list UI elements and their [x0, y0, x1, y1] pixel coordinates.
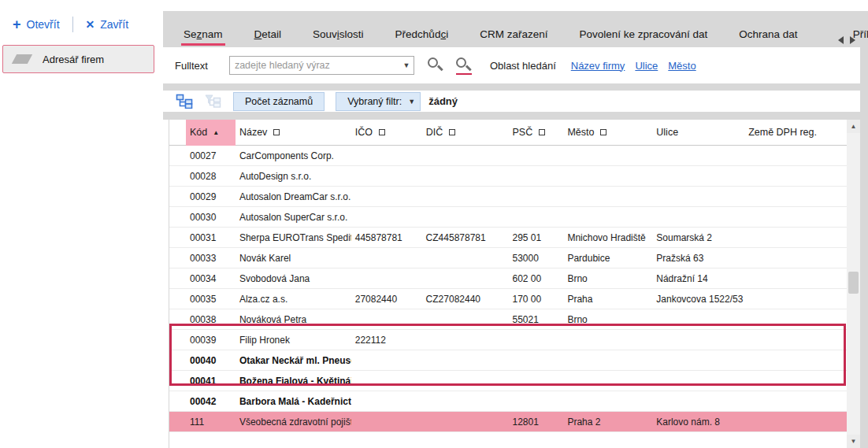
cell-kod: 00040 [186, 355, 236, 366]
filter-box-icon[interactable] [273, 129, 280, 135]
chevron-down-icon: ▼ [408, 98, 415, 106]
fulltext-input[interactable] [230, 60, 399, 71]
cell-mesto: Pardubice [563, 253, 652, 264]
cell-psc: 295 01 [508, 232, 563, 243]
close-button[interactable]: ✕ Zavřít [81, 18, 134, 31]
column-header-ico[interactable]: IČO [351, 120, 422, 146]
table-row[interactable]: 00039Filip Hronek222112 [169, 330, 847, 350]
table-row[interactable]: 00027CarComponents Corp. [169, 146, 847, 166]
scope-link-nazev-firmy[interactable]: Název firmy [571, 60, 625, 72]
scroll-up-icon[interactable]: ▲ [847, 120, 860, 133]
open-button[interactable]: + Otevřít [8, 17, 65, 31]
cell-ulice: Pražská 63 [652, 253, 744, 264]
column-header-nazev[interactable]: Název [236, 120, 351, 146]
tree-filter-icon [204, 94, 221, 109]
filter-box-icon[interactable] [449, 129, 455, 135]
column-header-dic[interactable]: DIČ [422, 120, 509, 146]
tab-crm-zarazeni[interactable]: CRM zařazení [480, 28, 547, 40]
table-row[interactable]: 00033Novák Karel53000PardubicePražská 63 [169, 248, 847, 268]
app-window: + Otevřít ✕ Zavřít Adresář firem Seznam … [0, 0, 868, 448]
cell-nazev: Nováková Petra [236, 314, 351, 325]
window-actions: + Otevřít ✕ Zavřít [8, 14, 133, 35]
cell-mesto: Mnichovo Hradiště [563, 232, 652, 243]
scope-link-mesto[interactable]: Město [668, 60, 696, 72]
table-row[interactable]: 00040Otakar Neckář ml. Pneuservis [169, 350, 847, 371]
table-row[interactable]: 00030Autosalon SuperCar s.r.o. [169, 207, 847, 228]
companies-grid: Kód ▲ Název IČO DIČ PSČ [169, 120, 847, 448]
table-row[interactable]: 111Všeobecná zdravotní pojišťovna12801Pr… [169, 412, 847, 432]
scrollbar-thumb[interactable] [848, 272, 859, 294]
module-icon [12, 54, 32, 64]
cell-kod: 00031 [186, 232, 236, 243]
cell-nazev: Božena Fialová - Květinářství [236, 376, 351, 387]
left-panel: + Otevřít ✕ Zavřít Adresář firem [0, 0, 163, 448]
chevron-down-icon[interactable]: ▼ [399, 61, 414, 69]
table-row[interactable]: 00038Nováková Petra55021Brno [169, 309, 847, 330]
cell-kod: 00027 [186, 150, 236, 161]
table-row[interactable]: 00041Božena Fialová - Květinářství [169, 371, 847, 391]
table-row[interactable]: 00029Autosalon DreamCar s.r.o. [169, 187, 847, 207]
tree-view-icon [176, 94, 193, 109]
actions-divider [72, 17, 73, 32]
cell-mesto: Praha 2 [563, 417, 652, 428]
scroll-down-icon[interactable]: ▼ [847, 435, 860, 448]
tab-next-icon[interactable] [850, 36, 855, 44]
cell-nazev: Barbora Malá - Kadeřnictví [236, 396, 351, 407]
filter-box-icon[interactable] [379, 129, 385, 135]
sidebar-item-adresar-firem[interactable]: Adresář firem [2, 45, 154, 73]
search-button[interactable] [427, 56, 444, 75]
plus-icon: + [13, 17, 21, 31]
tree-view-button[interactable] [175, 93, 194, 110]
fulltext-label: Fulltext [175, 60, 208, 72]
filter-box-icon[interactable] [600, 129, 606, 135]
table-row[interactable]: 00042Barbora Malá - Kadeřnictví [169, 391, 847, 412]
cell-nazev: CarComponents Corp. [236, 150, 351, 161]
right-chrome-band [860, 47, 868, 448]
open-button-label: Otevřít [27, 18, 60, 31]
column-header-mesto[interactable]: Město [563, 120, 652, 146]
cell-ulice: Nádražní 14 [652, 273, 744, 284]
tab-detail[interactable]: Detail [254, 28, 282, 40]
tab-povoleni-ke-zpracovani-dat[interactable]: Povolení ke zpracování dat [579, 28, 707, 40]
column-header-ulice[interactable]: Ulice [652, 120, 744, 146]
sort-asc-icon: ▲ [213, 129, 219, 136]
tree-filter-button [203, 93, 222, 110]
separator [163, 83, 860, 91]
selected-filter-dropdown[interactable]: Vybraný filtr: ▼ [336, 92, 421, 111]
search-scope-links: Název firmy Ulice Město [571, 60, 696, 72]
cell-nazev: AutoDesign s.r.o. [236, 171, 351, 182]
column-header-zeme-dph[interactable]: Země DPH reg. [744, 120, 847, 146]
tab-ochrana-dat[interactable]: Ochrana dat [739, 28, 797, 40]
record-count-button[interactable]: Počet záznamů [233, 92, 325, 111]
close-icon: ✕ [86, 18, 95, 31]
search-accent-underline [456, 73, 472, 76]
scope-link-ulice[interactable]: Ulice [635, 60, 658, 72]
filter-toolbar: Počet záznamů Vybraný filtr: ▼ žádný [163, 91, 860, 112]
tab-prev-icon[interactable] [838, 36, 844, 44]
search-scope-label: Oblast hledání [490, 60, 556, 72]
vertical-scrollbar[interactable]: ▲ ▼ [847, 120, 860, 448]
table-body: 00027CarComponents Corp.00028AutoDesign … [169, 146, 847, 432]
cell-nazev: Alza.cz a.s. [236, 294, 351, 305]
selected-filter-value: žádný [428, 95, 458, 107]
column-header-psc[interactable]: PSČ [509, 120, 564, 146]
cell-ico: 27082440 [351, 294, 422, 305]
cell-ulice: Karlovo nám. 8 [652, 417, 744, 428]
tab-souvislosti[interactable]: Souvislosti [313, 28, 364, 40]
sidebar-item-label: Adresář firem [43, 54, 104, 65]
cell-kod: 00033 [186, 253, 236, 264]
cell-mesto: Brno [563, 314, 652, 325]
table-row[interactable]: 00028AutoDesign s.r.o. [169, 166, 847, 187]
search-accent-icon [456, 57, 466, 68]
column-header-kod[interactable]: Kód ▲ [186, 120, 236, 146]
filter-box-icon[interactable] [539, 129, 545, 135]
table-row[interactable]: 00035Alza.cz a.s.27082440CZ27082440170 0… [169, 289, 847, 309]
search-in-results-button[interactable] [455, 56, 473, 75]
close-button-label: Zavřít [100, 18, 128, 31]
row-indicator-gutter [169, 120, 186, 146]
table-row[interactable]: 00031Sherpa EUROTrans Spedition445878781… [169, 228, 847, 248]
tab-predchudci[interactable]: Předchůdci [395, 28, 449, 40]
table-row[interactable]: 00034Svobodová Jana602 00BrnoNádražní 14 [169, 268, 847, 289]
tab-seznam[interactable]: Seznam [184, 28, 223, 40]
cell-psc: 55021 [508, 314, 563, 325]
